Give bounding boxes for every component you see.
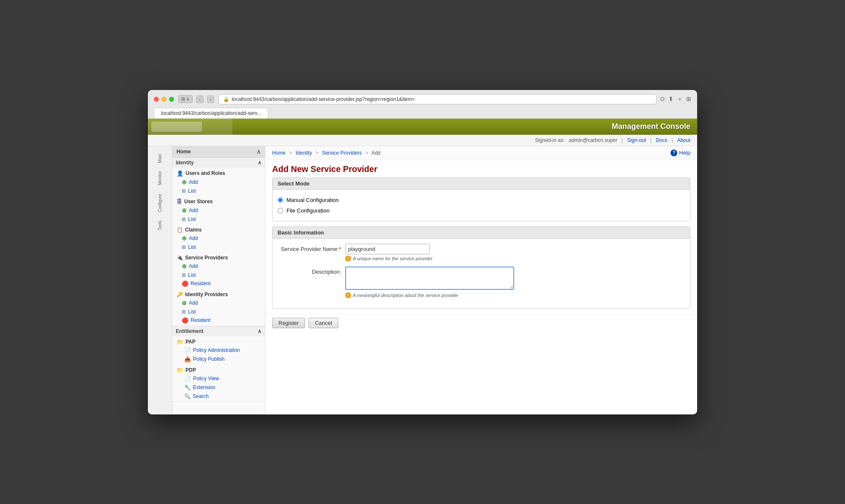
breadcrumb-service-providers[interactable]: Service Providers — [322, 150, 362, 156]
sidebar-item-claims[interactable]: 📋 Claims — [172, 225, 265, 234]
register-button[interactable]: Register — [272, 318, 305, 328]
minimize-button[interactable] — [161, 97, 166, 102]
policy-view-icon: 📄 — [184, 376, 191, 382]
sidebar-collapse-button[interactable]: ∧ — [256, 149, 261, 155]
sp-name-hint-text: A unique name for the service provider — [353, 256, 433, 261]
sidebar-item-sp-list[interactable]: ⊞ List — [172, 271, 265, 279]
side-rail-monitor[interactable]: Monitor — [156, 168, 164, 188]
new-tab-icon[interactable]: ＋ — [677, 95, 683, 103]
separator-1: | — [621, 137, 623, 143]
breadcrumb-sep-2: > — [316, 150, 319, 156]
signed-in-label: Signed-in as: — [535, 137, 564, 143]
sidebar-item-users-add[interactable]: ⊕ Add — [172, 177, 265, 187]
docs-link[interactable]: Docs — [656, 137, 667, 143]
entitlement-collapse-icon: ∧ — [258, 328, 262, 334]
pdp-group: 📁 PDP 📄 Policy View 🔧 Extension 🔍 — [172, 365, 265, 401]
description-textarea[interactable] — [345, 267, 514, 290]
userstores-add-label: Add — [189, 207, 198, 213]
entitlement-section-header[interactable]: Entitlement ∧ — [172, 326, 265, 336]
forward-button[interactable]: › — [207, 95, 215, 103]
breadcrumb-nav: Home > Identity > Service Providers > Ad… — [272, 150, 381, 156]
pap-group: 📁 PAP 📄 Policy Administration 📤 Policy P… — [172, 336, 265, 365]
close-button[interactable] — [154, 97, 159, 102]
identity-section-header[interactable]: Identity ∧ — [172, 158, 265, 168]
manual-config-radio[interactable] — [278, 197, 283, 203]
sp-list-label: List — [188, 272, 196, 278]
userstores-list-label: List — [188, 216, 196, 222]
sidebar-home-header[interactable]: Home ∧ — [172, 146, 265, 158]
top-nav: Signed-in as: admin@carbon.super | Sign-… — [148, 135, 697, 146]
sidebar-item-pap[interactable]: 📁 PAP — [172, 337, 265, 346]
active-tab[interactable]: localhost:9443/carbon/application/add-se… — [154, 108, 268, 118]
users-roles-group: 👤 Users and Roles ⊕ Add ⊞ List — [172, 168, 265, 196]
breadcrumb: Home > Identity > Service Providers > Ad… — [265, 146, 697, 160]
add-icon-2: ⊕ — [182, 207, 187, 214]
breadcrumb-current: Add — [371, 150, 380, 156]
sidebar-item-service-providers[interactable]: 🔌 Service Providers — [172, 253, 265, 262]
service-provider-name-input[interactable] — [345, 244, 430, 254]
basic-info-section: Basic Information Service Provider Name:… — [272, 226, 690, 309]
hint-icon-2: i — [345, 292, 351, 298]
browser-controls: ⊞ ∨ ‹ › — [178, 95, 214, 103]
share-icon[interactable]: ⬆ — [668, 95, 673, 103]
file-config-option[interactable]: File Configuration — [278, 205, 685, 216]
about-link[interactable]: About — [677, 137, 690, 143]
sidebar-item-policy-view[interactable]: 📄 Policy View — [172, 374, 265, 383]
breadcrumb-home[interactable]: Home — [272, 150, 286, 156]
cancel-button[interactable]: Cancel — [308, 318, 338, 328]
maximize-button[interactable] — [169, 97, 174, 102]
sidebar-item-claims-add[interactable]: ⊕ Add — [172, 234, 265, 243]
grid-icon[interactable]: ⊞ — [686, 95, 691, 103]
sidebar-item-identity-providers[interactable]: 🔑 Identity Providers — [172, 290, 265, 298]
claims-group: 📋 Claims ⊕ Add ⊞ List — [172, 224, 265, 252]
browser-tabs: localhost:9443/carbon/application/add-se… — [154, 108, 691, 118]
sidebar-item-idp-add[interactable]: ⊕ Add — [172, 298, 265, 308]
sidebar-item-pdp[interactable]: 📁 PDP — [172, 365, 265, 374]
download-icon[interactable]: ⊙ — [660, 95, 665, 103]
pdp-icon: 📁 — [177, 367, 183, 373]
file-config-label: File Configuration — [286, 207, 330, 214]
help-link[interactable]: ? Help — [671, 150, 690, 156]
sidebar-item-userstores-list[interactable]: ⊞ List — [172, 215, 265, 223]
idp-icon: 🔑 — [177, 292, 183, 297]
sign-out-link[interactable]: Sign-out — [627, 137, 646, 143]
identity-providers-group: 🔑 Identity Providers ⊕ Add ⊞ List 🔴 — [172, 289, 265, 326]
search-icon: 🔍 — [184, 393, 191, 399]
side-rail-configure[interactable]: Configure — [156, 191, 164, 215]
file-config-radio[interactable] — [278, 208, 283, 213]
sidebar-item-search[interactable]: 🔍 Search — [172, 392, 265, 400]
url-text[interactable]: localhost:9443/carbon/application/add-se… — [232, 96, 415, 102]
sidebar-item-claims-list[interactable]: ⊞ List — [172, 243, 265, 251]
resident-icon-2: 🔴 — [182, 317, 188, 324]
traffic-lights — [154, 97, 174, 102]
sidebar-item-users-and-roles[interactable]: 👤 Users and Roles — [172, 169, 265, 177]
address-bar-row: 🔒 localhost:9443/carbon/application/add-… — [218, 94, 691, 104]
sidebar-item-userstores-add[interactable]: ⊕ Add — [172, 206, 265, 215]
hint-icon-1: i — [345, 256, 351, 262]
add-icon-4: ⊕ — [182, 263, 187, 270]
sidebar-item-extension[interactable]: 🔧 Extension — [172, 383, 265, 392]
sidebar-item-policy-publish[interactable]: 📤 Policy Publish — [172, 355, 265, 364]
manual-config-option[interactable]: Manual Configuration — [278, 195, 685, 205]
sidebar-item-policy-administration[interactable]: 📄 Policy Administration — [172, 346, 265, 355]
back-button[interactable]: ‹ — [196, 95, 204, 103]
idp-resident-label: Resident — [191, 317, 210, 323]
sidebar-toggle-button[interactable]: ⊞ ∨ — [178, 95, 193, 103]
sidebar-item-users-list[interactable]: ⊞ List — [172, 187, 265, 195]
side-rail-main[interactable]: Main — [156, 150, 164, 166]
sidebar-item-user-stores[interactable]: 🗄 User Stores — [172, 197, 265, 206]
entitlement-label: Entitlement — [176, 328, 203, 334]
sidebar-item-sp-resident[interactable]: 🔴 Resident — [172, 279, 265, 288]
separator-2: | — [650, 137, 651, 143]
users-list-label: List — [188, 188, 196, 194]
side-rail-tools[interactable]: Tools — [156, 217, 164, 234]
breadcrumb-identity[interactable]: Identity — [296, 150, 312, 156]
sidebar-entitlement-section: Entitlement ∧ 📁 PAP 📄 Policy Administrat… — [172, 326, 265, 402]
description-label: Description: — [278, 267, 345, 275]
sidebar-item-sp-add[interactable]: ⊕ Add — [172, 262, 265, 271]
main-layout: Main Monitor Configure Tools Home ∧ Iden… — [148, 146, 697, 414]
address-bar[interactable]: 🔒 localhost:9443/carbon/application/add-… — [218, 94, 657, 104]
sidebar-item-idp-resident[interactable]: 🔴 Resident — [172, 316, 265, 325]
sidebar-item-idp-list[interactable]: ⊞ List — [172, 308, 265, 316]
list-icon-5: ⊞ — [182, 309, 186, 315]
